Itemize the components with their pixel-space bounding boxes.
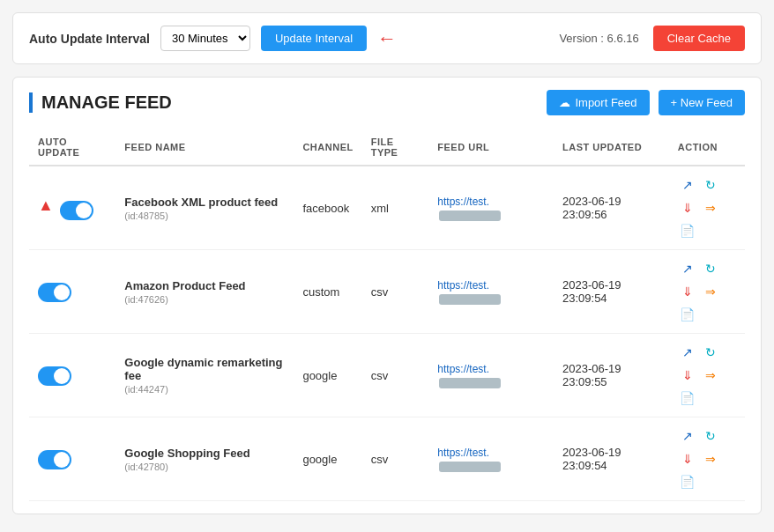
col-feed-name: FEED NAME [115, 129, 294, 166]
top-panel: Auto Update Interval 30 Minutes 5 Minute… [12, 12, 762, 64]
feed-name-cell: Facebook XML product feed (id:48785) [115, 166, 294, 250]
refresh-icon[interactable]: ↻ [701, 343, 720, 362]
channel-cell: google [294, 334, 361, 417]
export-icon[interactable]: ⇒ [701, 282, 720, 301]
file-type-cell: csv [362, 250, 429, 334]
header-actions: ☁ Import Feed + New Feed [547, 90, 745, 115]
action-icons: ↗ ↻ ⇓ ⇒ 📄 [678, 259, 736, 324]
feed-url[interactable]: https://test. [437, 196, 489, 208]
auto-update-cell [29, 417, 115, 501]
feed-name: Amazon Product Feed [124, 279, 285, 292]
file-icon[interactable]: 📄 [678, 388, 697, 408]
refresh-icon[interactable]: ↻ [701, 426, 720, 446]
last-updated-cell: 2023-06-19 23:09:56 [554, 166, 669, 250]
file-icon[interactable]: 📄 [678, 472, 697, 491]
action-cell: ↗ ↻ ⇓ ⇒ 📄 [669, 166, 745, 250]
feed-url-blur [439, 378, 501, 388]
feed-url-cell: https://test. [428, 334, 554, 417]
action-cell: ↗ ↻ ⇓ ⇒ 📄 [669, 250, 745, 334]
feed-url-blur [439, 294, 501, 305]
last-updated-cell: 2023-06-19 23:09:55 [554, 334, 669, 417]
export-icon[interactable]: ⇒ [701, 198, 720, 218]
clear-cache-button[interactable]: Clear Cache [653, 26, 745, 51]
cloud-upload-icon: ☁ [559, 96, 570, 109]
col-auto-update: AUTO UPDATE [29, 129, 115, 166]
channel-cell: facebook [294, 166, 361, 250]
action-icons: ↗ ↻ ⇓ ⇒ 📄 [678, 426, 736, 491]
update-interval-button[interactable]: Update Interval [261, 26, 367, 51]
file-type-cell: csv [362, 417, 429, 501]
feed-name-cell: Google dynamic remarketing fee (id:44247… [115, 334, 294, 417]
file-icon[interactable]: 📄 [678, 221, 697, 240]
channel-cell: custom [294, 250, 361, 334]
new-feed-button[interactable]: + New Feed [659, 90, 745, 115]
feed-name: Facebook XML product feed [124, 196, 285, 209]
action-cell: ↗ ↻ ⇓ ⇒ 📄 [669, 417, 745, 501]
auto-update-cell [29, 250, 115, 334]
top-left: Auto Update Interval 30 Minutes 5 Minute… [29, 26, 397, 51]
col-file-type: FILE TYPE [362, 129, 429, 166]
auto-update-title: Auto Update Interval [29, 32, 150, 46]
col-feed-url: FEED URL [428, 129, 554, 166]
auto-update-toggle[interactable] [38, 366, 71, 386]
action-cell: ↗ ↻ ⇓ ⇒ 📄 [669, 334, 745, 417]
interval-select[interactable]: 30 Minutes 5 Minutes 10 Minutes 15 Minut… [160, 26, 250, 51]
feed-url[interactable]: https://test. [437, 447, 489, 459]
file-icon[interactable]: 📄 [678, 305, 697, 324]
auto-update-cell [29, 334, 115, 417]
feed-id: (id:44247) [124, 384, 285, 395]
action-icons: ↗ ↻ ⇓ ⇒ 📄 [678, 175, 736, 240]
top-right: Version : 6.6.16 Clear Cache [559, 26, 745, 51]
feed-name: Google dynamic remarketing fee [124, 356, 285, 382]
auto-update-toggle[interactable] [60, 201, 93, 220]
manage-feed-title: MANAGE FEED [29, 92, 172, 113]
version-text: Version : 6.6.16 [559, 32, 638, 45]
arrow-indicator: ← [377, 29, 397, 48]
main-panel: MANAGE FEED ☁ Import Feed + New Feed AUT… [12, 77, 762, 514]
feed-id: (id:47626) [124, 294, 285, 305]
auto-update-toggle[interactable] [38, 450, 71, 469]
download-icon[interactable]: ⇓ [678, 198, 697, 218]
feed-url[interactable]: https://test. [437, 363, 489, 375]
auto-update-cell: ▲ [29, 166, 115, 250]
download-icon[interactable]: ⇓ [678, 282, 697, 301]
channel-cell: google [294, 417, 361, 501]
table-row: Google Shopping Feed (id:42780) google c… [29, 417, 745, 501]
feed-name: Google Shopping Feed [124, 447, 285, 460]
feed-url-cell: https://test. [428, 417, 554, 501]
feed-name-cell: Google Shopping Feed (id:42780) [115, 417, 294, 501]
auto-update-toggle[interactable] [38, 283, 71, 302]
feed-id: (id:42780) [124, 462, 285, 472]
feed-url-blur [439, 211, 501, 221]
file-type-cell: xml [362, 166, 429, 250]
open-icon[interactable]: ↗ [678, 426, 697, 446]
open-icon[interactable]: ↗ [678, 343, 697, 362]
row-arrow-indicator: ▲ [38, 196, 54, 214]
feed-url[interactable]: https://test. [437, 279, 489, 292]
export-icon[interactable]: ⇒ [701, 449, 720, 469]
last-updated-cell: 2023-06-19 23:09:54 [554, 250, 669, 334]
col-last-updated: LAST UPDATED [554, 129, 669, 166]
open-icon[interactable]: ↗ [678, 175, 697, 195]
download-icon[interactable]: ⇓ [678, 366, 697, 385]
last-updated-cell: 2023-06-19 23:09:54 [554, 417, 669, 501]
feed-name-cell: Amazon Product Feed (id:47626) [115, 250, 294, 334]
feed-url-cell: https://test. [428, 250, 554, 334]
col-channel: CHANNEL [294, 129, 361, 166]
open-icon[interactable]: ↗ [678, 259, 697, 278]
file-type-cell: csv [362, 334, 429, 417]
feeds-table: AUTO UPDATE FEED NAME CHANNEL FILE TYPE … [29, 129, 745, 501]
import-feed-button[interactable]: ☁ Import Feed [547, 90, 649, 115]
export-icon[interactable]: ⇒ [701, 366, 720, 385]
action-icons: ↗ ↻ ⇓ ⇒ 📄 [678, 343, 736, 408]
manage-feed-header: MANAGE FEED ☁ Import Feed + New Feed [29, 90, 745, 115]
refresh-icon[interactable]: ↻ [701, 175, 720, 195]
refresh-icon[interactable]: ↻ [701, 259, 720, 278]
feed-id: (id:48785) [124, 211, 285, 221]
download-icon[interactable]: ⇓ [678, 449, 697, 469]
feed-url-blur [439, 462, 501, 472]
table-row: Google dynamic remarketing fee (id:44247… [29, 334, 745, 417]
table-row: Amazon Product Feed (id:47626) custom cs… [29, 250, 745, 334]
feed-url-cell: https://test. [428, 166, 554, 250]
col-action: ACTION [669, 129, 745, 166]
